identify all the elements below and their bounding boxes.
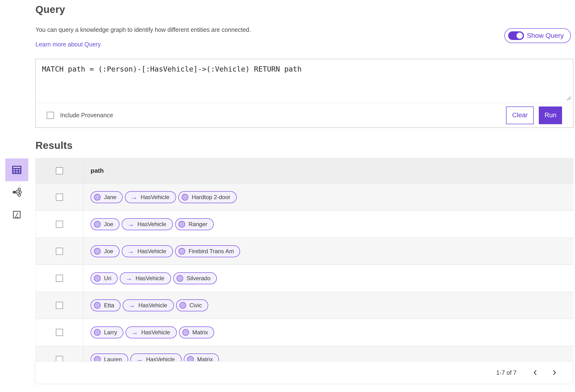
node-circle-icon [179, 302, 186, 309]
relationship-label: HasVehicle [141, 329, 170, 336]
relationship-pill[interactable]: → HasVehicle [125, 191, 176, 203]
entity-label: Larry [104, 329, 117, 336]
relationship-label: HasVehicle [138, 221, 166, 228]
entity-label: Joe [104, 221, 113, 228]
entity-pill-source[interactable]: Larry [91, 327, 123, 338]
table-row: Larry → HasVehicle Matrix [36, 319, 573, 346]
pagination-bar: 1-7 of 7 [35, 361, 573, 384]
relation-arrow-icon: → [128, 302, 135, 309]
entity-label: Civic [190, 302, 202, 309]
entity-label: Uri [104, 275, 111, 282]
node-circle-icon [94, 194, 101, 200]
relation-arrow-icon: → [125, 275, 132, 282]
entity-label: Matrix [192, 329, 208, 336]
entity-label: Firebird Trans Am [189, 248, 234, 255]
include-provenance-checkbox[interactable]: Include Provenance [47, 112, 113, 119]
path-cell: Jane → HasVehicle Hardtop 2-door [83, 184, 573, 211]
relation-arrow-icon: → [131, 194, 137, 200]
page-title: Query [35, 4, 573, 15]
show-query-label: Show Query [527, 32, 564, 40]
node-circle-icon [94, 275, 101, 282]
run-button[interactable]: Run [539, 107, 562, 124]
relationship-pill[interactable]: → HasVehicle [125, 327, 177, 338]
relationship-label: HasVehicle [136, 275, 164, 282]
clear-button[interactable]: Clear [506, 107, 534, 124]
path-cell: Joe → HasVehicle Ranger [83, 211, 573, 238]
row-checkbox[interactable] [56, 275, 63, 282]
results-table: path Jane → HasVehicle Hardtop 2-door [35, 158, 573, 373]
entity-label: Jane [104, 194, 117, 200]
link-chart-icon [11, 187, 22, 198]
node-circle-icon [178, 221, 185, 228]
path-cell: Uri → HasVehicle Silverado [83, 265, 573, 292]
map-icon [12, 210, 22, 219]
query-panel: MATCH path = (:Person)-[:HasVehicle]->(:… [35, 59, 573, 128]
entity-label: Silverado [187, 275, 211, 282]
entity-pill-target[interactable]: Matrix [179, 327, 214, 338]
table-icon [11, 164, 22, 175]
entity-pill-source[interactable]: Joe [91, 218, 120, 230]
entity-pill-source[interactable]: Etta [91, 299, 120, 311]
table-row: Joe → HasVehicle Firebird Trans Am [36, 238, 573, 265]
relationship-label: HasVehicle [138, 248, 166, 255]
table-row: Uri → HasVehicle Silverado [36, 265, 573, 292]
node-circle-icon [182, 329, 189, 336]
map-view-button[interactable] [9, 207, 24, 222]
entity-pill-target[interactable]: Ranger [175, 218, 214, 230]
pagination-range-label: 1-7 of 7 [496, 369, 517, 376]
row-checkbox[interactable] [56, 221, 63, 228]
row-checkbox[interactable] [56, 248, 63, 255]
path-cell: Etta → HasVehicle Civic [83, 292, 573, 319]
entity-label: Etta [104, 302, 114, 309]
show-query-toggle[interactable]: Show Query [504, 28, 571, 43]
select-all-checkbox[interactable] [56, 167, 63, 174]
table-row: Joe → HasVehicle Ranger [36, 211, 573, 238]
entity-label: Ranger [189, 221, 208, 228]
entity-label: Joe [104, 248, 113, 255]
entity-pill-source[interactable]: Jane [91, 191, 123, 203]
toggle-switch-icon [508, 31, 524, 40]
learn-more-link[interactable]: Learn more about Query [35, 41, 101, 48]
relation-arrow-icon: → [131, 329, 138, 336]
node-circle-icon [94, 221, 101, 228]
entity-pill-target[interactable]: Hardtop 2-door [178, 191, 237, 203]
results-title: Results [35, 140, 573, 151]
entity-pill-target[interactable]: Civic [176, 299, 208, 311]
relationship-pill[interactable]: → HasVehicle [123, 299, 174, 311]
results-table-body: Jane → HasVehicle Hardtop 2-door Joe → H… [36, 184, 573, 373]
query-input[interactable]: MATCH path = (:Person)-[:HasVehicle]->(:… [36, 59, 573, 103]
table-row: Etta → HasVehicle Civic [36, 292, 573, 319]
view-switcher [5, 158, 28, 222]
path-cell: Larry → HasVehicle Matrix [83, 319, 573, 346]
row-checkbox[interactable] [56, 302, 63, 309]
node-circle-icon [94, 329, 101, 336]
chevron-left-icon [532, 370, 538, 376]
node-circle-icon [177, 275, 183, 282]
previous-page-button[interactable] [530, 367, 541, 378]
relation-arrow-icon: → [127, 248, 134, 255]
row-checkbox[interactable] [56, 329, 63, 336]
include-provenance-label: Include Provenance [60, 112, 113, 119]
entity-pill-source[interactable]: Joe [91, 245, 120, 257]
row-checkbox[interactable] [56, 194, 63, 201]
node-circle-icon [94, 302, 101, 309]
node-circle-icon [178, 248, 185, 255]
next-page-button[interactable] [549, 367, 560, 378]
table-view-button[interactable] [5, 158, 28, 181]
query-panel-footer: Include Provenance Clear Run [36, 103, 573, 128]
results-region: path Jane → HasVehicle Hardtop 2-door [35, 158, 573, 385]
chevron-right-icon [551, 370, 557, 376]
link-chart-view-button[interactable] [9, 185, 24, 200]
checkbox-icon[interactable] [47, 112, 54, 119]
relationship-pill[interactable]: → HasVehicle [122, 218, 173, 230]
relationship-label: HasVehicle [141, 194, 169, 200]
entity-pill-target[interactable]: Silverado [173, 272, 217, 284]
entity-pill-target[interactable]: Firebird Trans Am [175, 245, 240, 257]
path-cell: Joe → HasVehicle Firebird Trans Am [83, 238, 573, 265]
column-header-path: path [91, 167, 104, 174]
relationship-pill[interactable]: → HasVehicle [122, 245, 173, 257]
relationship-pill[interactable]: → HasVehicle [120, 272, 171, 284]
toggle-knob [516, 32, 524, 40]
entity-pill-source[interactable]: Uri [91, 272, 118, 284]
node-circle-icon [182, 194, 188, 200]
